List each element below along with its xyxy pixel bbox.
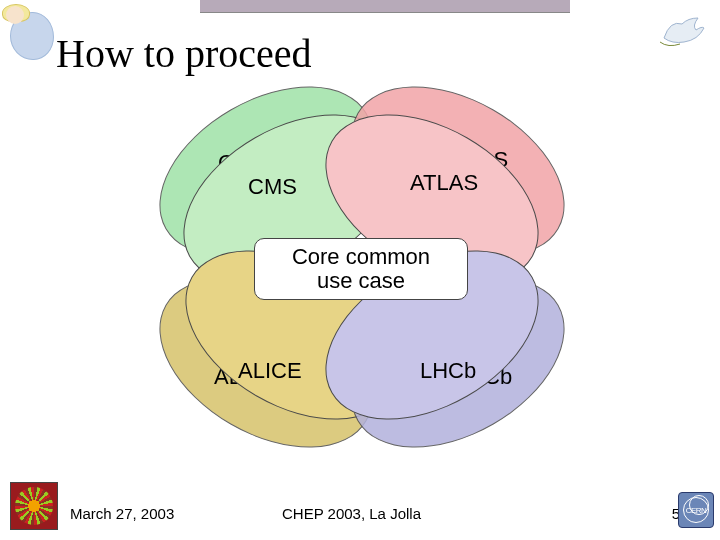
venn-diagram: CMS CMS ATLAS ATLAS ALICE ALICE LHCb LHC…	[110, 100, 610, 480]
top-accent-bar	[200, 0, 570, 13]
center-common-box: Core common use case	[254, 238, 468, 300]
label-atlas-front: ATLAS	[410, 170, 478, 196]
label-alice-front: ALICE	[238, 358, 302, 384]
cern-logo-text: CERN	[686, 506, 707, 515]
footer-venue: CHEP 2003, La Jolla	[282, 505, 421, 522]
slide-title: How to proceed	[56, 30, 311, 77]
cern-logo-icon: CERN	[678, 492, 714, 528]
alice-experiment-logo-icon	[10, 482, 58, 530]
alice-character-icon	[6, 6, 60, 66]
dove-icon	[658, 12, 706, 48]
footer-date: March 27, 2003	[70, 505, 174, 522]
label-lhcb-front: LHCb	[420, 358, 476, 384]
label-cms-front: CMS	[248, 174, 297, 200]
center-common-label: Core common use case	[292, 244, 430, 293]
